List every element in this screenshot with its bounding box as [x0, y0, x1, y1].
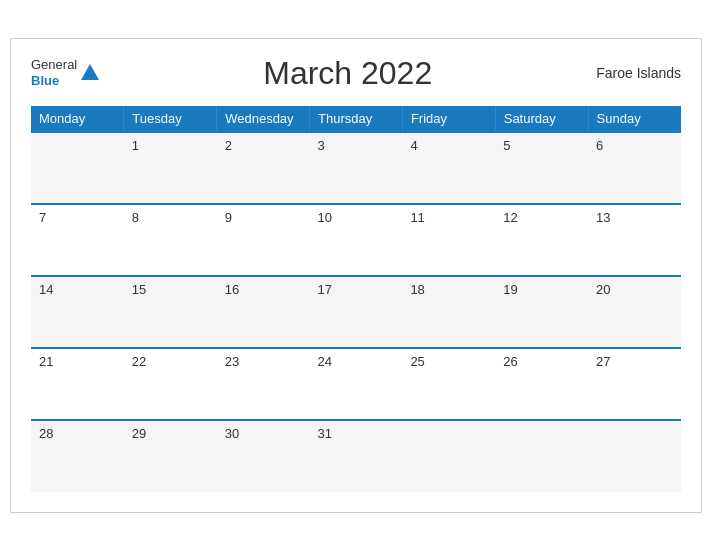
- day-number: 11: [410, 210, 424, 225]
- calendar-cell: 15: [124, 276, 217, 348]
- calendar-cell: [31, 132, 124, 204]
- calendar-cell: 14: [31, 276, 124, 348]
- calendar-cell: 26: [495, 348, 588, 420]
- week-row-3: 14151617181920: [31, 276, 681, 348]
- calendar-cell: 30: [217, 420, 310, 492]
- day-number: 16: [225, 282, 239, 297]
- week-row-5: 28293031: [31, 420, 681, 492]
- calendar-cell: 28: [31, 420, 124, 492]
- day-number: 28: [39, 426, 53, 441]
- day-number: 29: [132, 426, 146, 441]
- weekday-header-row: MondayTuesdayWednesdayThursdayFridaySatu…: [31, 106, 681, 132]
- calendar-cell: 31: [310, 420, 403, 492]
- calendar-cell: 9: [217, 204, 310, 276]
- calendar-cell: [495, 420, 588, 492]
- day-number: 18: [410, 282, 424, 297]
- week-row-1: 123456: [31, 132, 681, 204]
- day-number: 15: [132, 282, 146, 297]
- day-number: 26: [503, 354, 517, 369]
- calendar-cell: 11: [402, 204, 495, 276]
- calendar-cell: 6: [588, 132, 681, 204]
- region-label: Faroe Islands: [596, 65, 681, 81]
- weekday-header-tuesday: Tuesday: [124, 106, 217, 132]
- calendar-cell: [588, 420, 681, 492]
- day-number: 10: [318, 210, 332, 225]
- weekday-header-monday: Monday: [31, 106, 124, 132]
- logo-text: General Blue: [31, 57, 77, 88]
- calendar-cell: 19: [495, 276, 588, 348]
- calendar-cell: 12: [495, 204, 588, 276]
- day-number: 1: [132, 138, 139, 153]
- weekday-header-wednesday: Wednesday: [217, 106, 310, 132]
- week-row-2: 78910111213: [31, 204, 681, 276]
- day-number: 23: [225, 354, 239, 369]
- weekday-header-friday: Friday: [402, 106, 495, 132]
- week-row-4: 21222324252627: [31, 348, 681, 420]
- calendar-container: General Blue March 2022 Faroe Islands Mo…: [10, 38, 702, 513]
- calendar-cell: 21: [31, 348, 124, 420]
- calendar-cell: 25: [402, 348, 495, 420]
- calendar-cell: 17: [310, 276, 403, 348]
- calendar-header: General Blue March 2022 Faroe Islands: [31, 55, 681, 92]
- day-number: 14: [39, 282, 53, 297]
- day-number: 5: [503, 138, 510, 153]
- day-number: 9: [225, 210, 232, 225]
- calendar-cell: 13: [588, 204, 681, 276]
- day-number: 3: [318, 138, 325, 153]
- day-number: 17: [318, 282, 332, 297]
- calendar-cell: 8: [124, 204, 217, 276]
- weekday-header-thursday: Thursday: [310, 106, 403, 132]
- day-number: 27: [596, 354, 610, 369]
- day-number: 25: [410, 354, 424, 369]
- calendar-cell: 1: [124, 132, 217, 204]
- day-number: 19: [503, 282, 517, 297]
- weekday-header-saturday: Saturday: [495, 106, 588, 132]
- calendar-title: March 2022: [263, 55, 432, 92]
- day-number: 6: [596, 138, 603, 153]
- day-number: 7: [39, 210, 46, 225]
- calendar-cell: 10: [310, 204, 403, 276]
- calendar-cell: 3: [310, 132, 403, 204]
- calendar-cell: 18: [402, 276, 495, 348]
- calendar-cell: 16: [217, 276, 310, 348]
- day-number: 31: [318, 426, 332, 441]
- day-number: 12: [503, 210, 517, 225]
- calendar-cell: [402, 420, 495, 492]
- day-number: 22: [132, 354, 146, 369]
- calendar-cell: 5: [495, 132, 588, 204]
- day-number: 20: [596, 282, 610, 297]
- logo-triangle-icon: [81, 64, 99, 80]
- calendar-cell: 27: [588, 348, 681, 420]
- day-number: 24: [318, 354, 332, 369]
- calendar-cell: 7: [31, 204, 124, 276]
- calendar-cell: 23: [217, 348, 310, 420]
- calendar-cell: 20: [588, 276, 681, 348]
- calendar-cell: 29: [124, 420, 217, 492]
- calendar-cell: 4: [402, 132, 495, 204]
- calendar-cell: 2: [217, 132, 310, 204]
- calendar-table: MondayTuesdayWednesdayThursdayFridaySatu…: [31, 106, 681, 492]
- calendar-cell: 22: [124, 348, 217, 420]
- day-number: 30: [225, 426, 239, 441]
- weekday-header-sunday: Sunday: [588, 106, 681, 132]
- logo: General Blue: [31, 57, 99, 88]
- calendar-cell: 24: [310, 348, 403, 420]
- day-number: 13: [596, 210, 610, 225]
- day-number: 2: [225, 138, 232, 153]
- day-number: 8: [132, 210, 139, 225]
- day-number: 4: [410, 138, 417, 153]
- day-number: 21: [39, 354, 53, 369]
